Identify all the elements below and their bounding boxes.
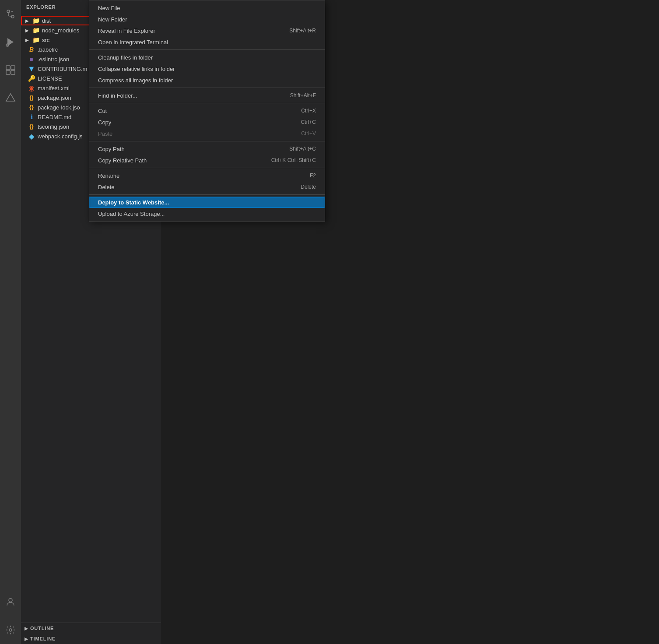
- menu-item-shortcut: Shift+Alt+F: [290, 92, 316, 99]
- file-item-label: webpack.config.js: [38, 133, 83, 140]
- menu-item-label: Copy Relative Path: [98, 157, 263, 164]
- file-item-label: .eslintrc.json: [38, 56, 69, 63]
- webpack-icon: ◆: [28, 133, 35, 140]
- file-item-label: src: [42, 37, 49, 43]
- sidebar: Explorer ▶ 📁 dist ▶ 📁 node_modules ▶ 📁 s…: [21, 0, 161, 644]
- file-item-label: .babelrc: [38, 46, 58, 53]
- menu-item-new-folder[interactable]: New Folder: [89, 14, 325, 25]
- menu-item-upload-azure[interactable]: Upload to Azure Storage...: [89, 208, 325, 219]
- menu-item-open-terminal[interactable]: Open in Integrated Terminal: [89, 36, 325, 48]
- menu-item-paste[interactable]: Paste Ctrl+V: [89, 128, 325, 139]
- file-item-label: node_modules: [42, 27, 79, 34]
- timeline-section[interactable]: ▶ TIMELINE: [21, 633, 161, 644]
- azure-activity-item[interactable]: [0, 88, 21, 109]
- chevron-icon: ▶: [25, 28, 30, 33]
- menu-separator-3: [89, 103, 325, 103]
- svg-point-9: [9, 598, 12, 602]
- menu-item-delete[interactable]: Delete Delete: [89, 181, 325, 193]
- json-icon: {}: [28, 94, 35, 101]
- menu-item-label: Rename: [98, 172, 301, 179]
- extensions-activity-item[interactable]: [0, 60, 21, 81]
- file-item-label: dist: [42, 18, 51, 24]
- folder-icon: 📁: [32, 27, 39, 34]
- menu-item-label: Delete: [98, 184, 292, 190]
- menu-item-copy-path[interactable]: Copy Path Shift+Alt+C: [89, 143, 325, 155]
- file-item-label: LICENSE: [38, 75, 62, 82]
- menu-item-label: Reveal in File Explorer: [98, 28, 280, 34]
- svg-rect-6: [6, 70, 10, 74]
- menu-separator-4: [89, 141, 325, 141]
- file-item-label: manifest.xml: [38, 85, 70, 91]
- menu-item-shortcut: Shift+Alt+C: [289, 146, 316, 152]
- svg-rect-4: [6, 66, 10, 70]
- menu-item-copy[interactable]: Copy Ctrl+C: [89, 116, 325, 128]
- menu-item-shortcut: Delete: [301, 184, 316, 190]
- settings-activity-item[interactable]: [0, 619, 21, 640]
- chevron-icon: ▶: [25, 18, 30, 23]
- activity-bar: [0, 0, 21, 644]
- menu-item-label: Cleanup files in folder: [98, 54, 307, 61]
- svg-marker-2: [7, 38, 14, 46]
- menu-item-label: Paste: [98, 130, 292, 137]
- menu-item-rename[interactable]: Rename F2: [89, 170, 325, 181]
- eslint-icon: ●: [28, 56, 35, 63]
- menu-item-reveal-explorer[interactable]: Reveal in File Explorer Shift+Alt+R: [89, 25, 325, 36]
- svg-point-0: [7, 10, 10, 13]
- file-item-label: tsconfig.json: [38, 123, 69, 130]
- menu-item-label: Collapse relative links in folder: [98, 66, 307, 72]
- timeline-label: TIMELINE: [30, 636, 56, 641]
- menu-item-shortcut: Ctrl+K Ctrl+Shift+C: [271, 157, 316, 163]
- menu-separator-2: [89, 88, 325, 88]
- outline-section[interactable]: ▶ OUTLINE: [21, 623, 161, 633]
- menu-separator-6: [89, 194, 325, 195]
- menu-item-compress-images[interactable]: Compress all images in folder: [89, 74, 325, 86]
- menu-item-label: Deploy to Static Website...: [98, 199, 307, 206]
- chevron-right-icon: ▶: [25, 626, 28, 631]
- license-icon: 🔑: [28, 75, 35, 82]
- menu-separator-5: [89, 168, 325, 168]
- menu-item-label: New Folder: [98, 16, 307, 23]
- file-item-label: README.md: [38, 114, 71, 120]
- menu-item-collapse-links[interactable]: Collapse relative links in folder: [89, 63, 325, 74]
- tsconfig-icon: {}: [28, 123, 35, 130]
- context-menu: Add workspace folder... New File New Fol…: [89, 0, 325, 222]
- folder-icon: 📁: [32, 17, 39, 24]
- readme-icon: ℹ: [28, 113, 35, 120]
- json-icon: {}: [28, 104, 35, 111]
- folder-icon: 📁: [32, 36, 39, 43]
- menu-item-label: Cut: [98, 108, 292, 114]
- menu-item-label: Compress all images in folder: [98, 77, 307, 84]
- menu-item-cut[interactable]: Cut Ctrl+X: [89, 105, 325, 116]
- file-item-label: package.json: [38, 95, 71, 101]
- file-item-label: package-lock.jso: [38, 104, 80, 111]
- contributing-icon: ▼: [28, 65, 35, 72]
- account-activity-item[interactable]: [0, 591, 21, 612]
- menu-item-new-file[interactable]: New File: [89, 2, 325, 14]
- svg-rect-5: [11, 66, 15, 70]
- menu-item-cleanup-files[interactable]: Cleanup files in folder: [89, 52, 325, 63]
- xml-icon: ◉: [28, 84, 35, 91]
- menu-separator-1: [89, 49, 325, 50]
- babel-icon: B: [28, 46, 35, 53]
- menu-item-shortcut: Ctrl+X: [301, 108, 316, 114]
- file-item-label: CONTRIBUTING.m: [38, 66, 87, 72]
- run-debug-activity-item[interactable]: [0, 32, 21, 53]
- menu-item-find-in-folder[interactable]: Find in Folder... Shift+Alt+F: [89, 90, 325, 101]
- menu-item-shortcut: Shift+Alt+R: [289, 28, 316, 34]
- menu-item-copy-relative-path[interactable]: Copy Relative Path Ctrl+K Ctrl+Shift+C: [89, 155, 325, 166]
- menu-item-shortcut: Ctrl+V: [301, 130, 316, 137]
- svg-rect-7: [11, 70, 15, 74]
- menu-item-label: Upload to Azure Storage...: [98, 211, 307, 217]
- menu-item-shortcut: Ctrl+C: [301, 119, 316, 125]
- menu-item-label: Open in Integrated Terminal: [98, 39, 307, 46]
- menu-item-shortcut: F2: [310, 172, 316, 179]
- chevron-right-icon: ▶: [25, 637, 28, 641]
- source-control-activity-item[interactable]: [0, 4, 21, 25]
- menu-item-label: Copy Path: [98, 146, 280, 152]
- menu-item-label: Copy: [98, 119, 292, 126]
- svg-point-10: [9, 629, 12, 631]
- svg-point-1: [11, 15, 14, 18]
- svg-marker-8: [6, 94, 15, 101]
- menu-item-deploy-static[interactable]: Deploy to Static Website...: [89, 197, 325, 208]
- menu-item-label: Find in Folder...: [98, 92, 281, 99]
